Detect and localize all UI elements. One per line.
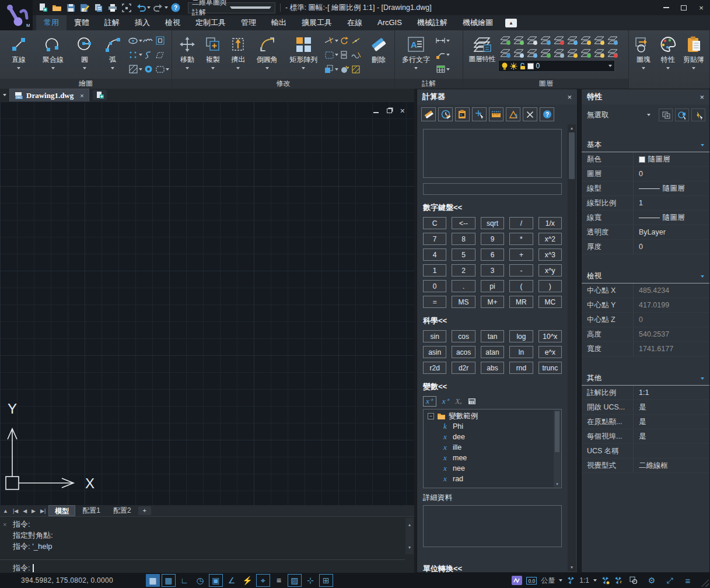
calculator-scrollbar[interactable]: ▴ ▾ [568, 124, 576, 571]
calculator-input-field[interactable] [423, 183, 562, 195]
table-icon[interactable] [435, 64, 446, 75]
section-view[interactable]: 檢視 [582, 270, 709, 284]
fillet-button[interactable]: 倒圓角 [250, 32, 284, 79]
calculator-close-icon[interactable]: × [567, 93, 572, 102]
ribbon-tab-online[interactable]: 在線 [340, 15, 370, 30]
ribbon-tab-mech-draw[interactable]: 機械繪圖 [455, 15, 501, 30]
layer-vpfreeze-icon[interactable] [525, 46, 538, 59]
new-layout-button[interactable]: + [138, 506, 151, 515]
stretch-button[interactable]: 擠出 [226, 32, 250, 79]
key-close-paren[interactable]: ) [538, 280, 562, 292]
key-atan[interactable]: atan [481, 346, 504, 358]
key-cos[interactable]: cos [452, 330, 475, 342]
layer-freeze-icon[interactable] [592, 33, 606, 46]
delete-variable-icon[interactable]: Xₓ [455, 397, 462, 406]
scroll-down-icon[interactable]: ▾ [408, 542, 411, 553]
command-prompt[interactable]: 指令: [13, 562, 34, 573]
key-4[interactable]: 4 [423, 249, 446, 261]
command-window[interactable]: × 指令: 指定對角點: 指令: '_help 指令: ▴ ▾ [0, 516, 414, 573]
key-6[interactable]: 6 [481, 249, 504, 261]
ellipse-icon[interactable] [127, 35, 139, 46]
snap-reference-icon[interactable]: ⌖ [256, 574, 270, 587]
layer-isolate-icon[interactable] [606, 33, 619, 46]
layer-properties-button[interactable]: 圖層特性 [466, 32, 498, 79]
gradient-icon[interactable] [350, 64, 362, 75]
publish-icon[interactable] [92, 2, 105, 13]
calc-clear-history-icon[interactable] [421, 107, 436, 121]
key-pi[interactable]: pi [481, 280, 504, 292]
variables-section-header[interactable]: 變數<< [423, 382, 562, 392]
unit-label[interactable]: 公釐 [541, 576, 555, 586]
select-objects-icon[interactable] [675, 108, 689, 121]
doc-close-icon[interactable]: × [400, 106, 405, 116]
layout-tab-2[interactable]: 配置2 [107, 505, 137, 516]
snap-grid-icon[interactable]: ▦ [146, 574, 160, 587]
quick-properties-icon[interactable]: ⊹ [303, 574, 317, 587]
key-1[interactable]: 1 [423, 264, 446, 276]
key-d2r[interactable]: d2r [452, 362, 475, 374]
key-2[interactable]: 2 [452, 264, 475, 276]
key-tan[interactable]: tan [481, 330, 504, 342]
layer-unlock-icon[interactable] [565, 33, 579, 46]
help-icon[interactable]: ? [169, 2, 182, 13]
document-tab-close-icon[interactable]: × [80, 92, 83, 99]
print-icon[interactable] [106, 2, 119, 13]
section-basic[interactable]: 基本 [582, 138, 709, 152]
scroll-down-icon[interactable]: ▾ [571, 565, 573, 570]
app-logo[interactable]: M [0, 0, 33, 30]
key-memory-clear[interactable]: MC [538, 296, 562, 308]
key-log[interactable]: log [509, 330, 533, 342]
layer-state-icon[interactable] [565, 46, 579, 59]
key-clear[interactable]: C [423, 217, 446, 229]
key-divide[interactable]: / [509, 217, 533, 229]
calc-clear-icon[interactable] [523, 107, 537, 121]
transparency-icon[interactable]: ▨ [288, 574, 302, 587]
layer-prev-icon[interactable] [552, 46, 565, 59]
selection-filter-dropdown[interactable]: 無選取 [587, 110, 656, 120]
command-scrollbar[interactable]: ▴ ▾ [405, 518, 414, 554]
next-layout-icon[interactable]: ▶ [30, 508, 37, 514]
variable-row[interactable]: kPhi [424, 421, 561, 432]
variable-row[interactable]: xmee [424, 453, 561, 463]
sheet-set-icon[interactable]: ⊞ [319, 574, 333, 587]
maximize-button[interactable] [675, 0, 692, 15]
break-icon[interactable] [338, 64, 350, 75]
key-square[interactable]: x^2 [538, 233, 562, 245]
clipboard-group-button[interactable]: 剪貼簿 [680, 32, 707, 79]
key-memory-add[interactable]: M+ [481, 296, 504, 308]
section-other[interactable]: 其他 [582, 372, 709, 386]
layer-walk-icon[interactable] [512, 46, 525, 59]
circle-button[interactable]: 圓 [71, 32, 98, 79]
doc-minimize-icon[interactable] [373, 107, 379, 115]
annotation-scale-caret[interactable] [593, 579, 597, 583]
variable-row[interactable]: xnee [424, 463, 561, 474]
key-9[interactable]: 9 [481, 233, 504, 245]
key-sin[interactable]: sin [423, 330, 446, 342]
ribbon-tab-mech-annotate[interactable]: 機械註解 [410, 15, 455, 30]
calc-paste-to-commandline-icon[interactable]: >_ [455, 107, 470, 121]
layer-on-icon[interactable] [512, 33, 525, 46]
properties-group-button[interactable]: 特性 [656, 32, 680, 79]
lengthen-icon[interactable] [350, 35, 362, 46]
key-memory-store[interactable]: MS [452, 296, 475, 308]
ribbon-tab-express[interactable]: 擴展工具 [294, 15, 340, 30]
modify-group-label[interactable]: 修改 [172, 79, 394, 89]
key-ex[interactable]: e^x [538, 346, 562, 358]
key-open-paren[interactable]: ( [509, 280, 533, 292]
save-as-icon[interactable] [78, 2, 91, 13]
layer-merge-icon[interactable] [592, 46, 606, 59]
calculator-mode-icon[interactable] [468, 398, 476, 405]
annotation-visibility-icon[interactable] [601, 576, 610, 584]
donut-icon[interactable] [142, 64, 154, 75]
document-tab[interactable]: DWG Drawing1.dwg × [9, 89, 89, 102]
key-abs[interactable]: abs [481, 362, 504, 374]
ribbon-tab-annotate[interactable]: 註解 [97, 15, 127, 30]
key-multiply[interactable]: * [509, 233, 533, 245]
key-subtract[interactable]: - [509, 264, 533, 276]
ribbon-collapse-button[interactable]: ▲ [505, 19, 517, 27]
variable-row[interactable]: xille [424, 442, 561, 453]
open-file-icon[interactable] [50, 2, 63, 13]
key-decimal[interactable]: . [452, 280, 475, 292]
ribbon-tab-view[interactable]: 檢視 [158, 15, 188, 30]
settings-gear-icon[interactable]: ⚙ [645, 574, 659, 587]
